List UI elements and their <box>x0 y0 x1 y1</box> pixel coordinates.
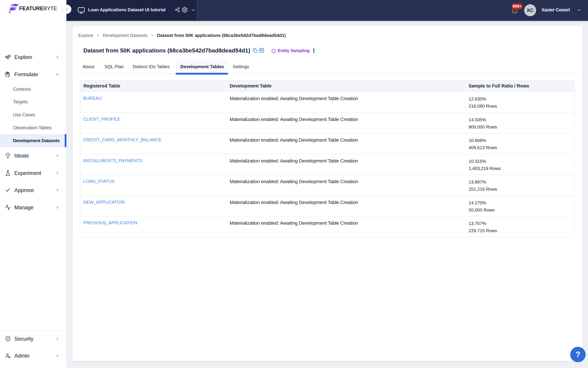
svg-text:ID: ID <box>260 49 263 52</box>
